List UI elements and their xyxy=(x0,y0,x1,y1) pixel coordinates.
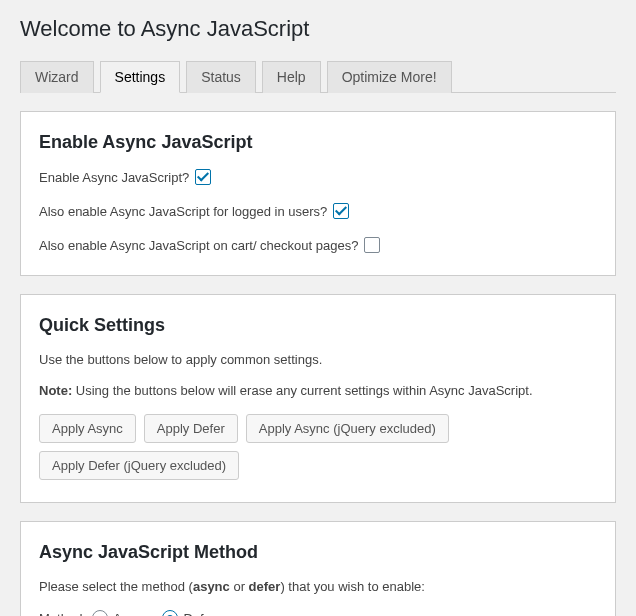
enable-checkbox[interactable] xyxy=(195,169,211,185)
method-label: Method: xyxy=(39,611,86,617)
tab-wizard[interactable]: Wizard xyxy=(20,61,94,93)
apply-defer-button[interactable]: Apply Defer xyxy=(144,414,238,443)
apply-defer-nojq-button[interactable]: Apply Defer (jQuery excluded) xyxy=(39,451,239,480)
method-descr-3: ) that you wish to enable: xyxy=(280,579,425,594)
method-descr: Please select the method (async or defer… xyxy=(39,579,597,594)
enable-heading: Enable Async JavaScript xyxy=(39,132,597,153)
page-title: Welcome to Async JavaScript xyxy=(20,0,616,60)
cart-checkbox[interactable] xyxy=(364,237,380,253)
cart-label: Also enable Async JavaScript on cart/ ch… xyxy=(39,238,358,253)
method-heading: Async JavaScript Method xyxy=(39,542,597,563)
loggedin-checkbox[interactable] xyxy=(333,203,349,219)
apply-async-button[interactable]: Apply Async xyxy=(39,414,136,443)
enable-label: Enable Async JavaScript? xyxy=(39,170,189,185)
quick-note: Note: Using the buttons below will erase… xyxy=(39,383,597,398)
tab-status[interactable]: Status xyxy=(186,61,256,93)
method-descr-1: Please select the method ( xyxy=(39,579,193,594)
quick-descr: Use the buttons below to apply common se… xyxy=(39,352,597,367)
quick-note-text: Using the buttons below will erase any c… xyxy=(72,383,532,398)
method-defer-label: Defer xyxy=(183,611,215,617)
method-descr-strong1: async xyxy=(193,579,230,594)
method-async-label: Async xyxy=(113,611,148,617)
method-panel: Async JavaScript Method Please select th… xyxy=(20,521,616,616)
quick-note-label: Note: xyxy=(39,383,72,398)
nav-tabs: Wizard Settings Status Help Optimize Mor… xyxy=(20,60,616,93)
tab-help[interactable]: Help xyxy=(262,61,321,93)
method-defer-option[interactable]: Defer xyxy=(162,610,215,616)
tab-settings[interactable]: Settings xyxy=(100,61,181,93)
quick-buttons: Apply Async Apply Defer Apply Async (jQu… xyxy=(39,414,597,480)
method-descr-strong2: defer xyxy=(249,579,281,594)
method-async-radio[interactable] xyxy=(92,610,108,616)
tab-optimize[interactable]: Optimize More! xyxy=(327,61,452,93)
quick-panel: Quick Settings Use the buttons below to … xyxy=(20,294,616,503)
apply-async-nojq-button[interactable]: Apply Async (jQuery excluded) xyxy=(246,414,449,443)
method-defer-radio[interactable] xyxy=(162,610,178,616)
enable-panel: Enable Async JavaScript Enable Async Jav… xyxy=(20,111,616,276)
method-async-option[interactable]: Async xyxy=(92,610,148,616)
loggedin-label: Also enable Async JavaScript for logged … xyxy=(39,204,327,219)
method-descr-2: or xyxy=(230,579,249,594)
quick-heading: Quick Settings xyxy=(39,315,597,336)
